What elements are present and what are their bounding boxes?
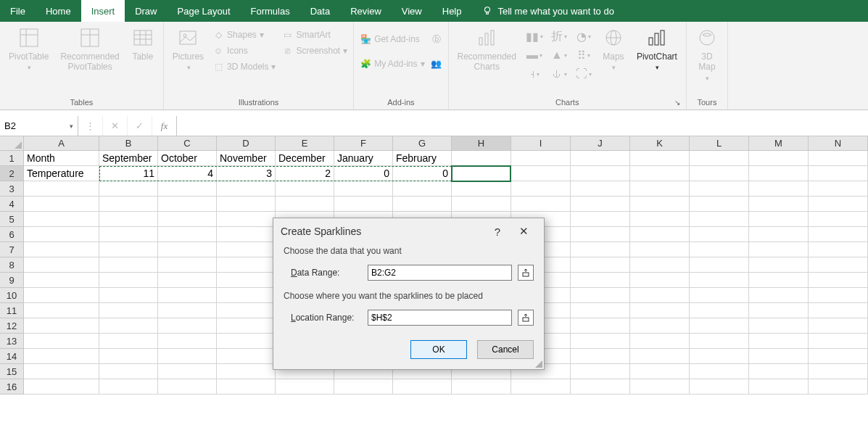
- cell-B14[interactable]: [99, 349, 158, 364]
- my-addins-button[interactable]: 🧩My Add-ins▾: [360, 57, 424, 71]
- cell-L11[interactable]: [690, 303, 749, 318]
- cell-C6[interactable]: [158, 227, 217, 242]
- cell-C8[interactable]: [158, 257, 217, 273]
- menu-view[interactable]: View: [392, 0, 432, 22]
- cell-F1[interactable]: January: [334, 151, 393, 166]
- row-header-12[interactable]: 12: [0, 318, 24, 334]
- tell-me-search[interactable]: Tell me what you want to do: [472, 0, 624, 22]
- location-range-input[interactable]: [368, 310, 512, 326]
- cell-F3[interactable]: [334, 181, 393, 197]
- cell-M4[interactable]: [749, 197, 809, 212]
- cell-L3[interactable]: [690, 181, 749, 197]
- cell-A9[interactable]: [24, 273, 99, 288]
- menu-home[interactable]: Home: [36, 0, 81, 22]
- dialog-resize-grip[interactable]: [534, 359, 542, 368]
- cell-D9[interactable]: [217, 273, 276, 288]
- cell-A6[interactable]: [24, 227, 99, 242]
- dialog-close-button[interactable]: ✕: [511, 221, 537, 241]
- col-header-F[interactable]: F: [334, 136, 393, 150]
- cell-N13[interactable]: [809, 334, 868, 349]
- cell-B3[interactable]: [99, 181, 158, 197]
- row-header-11[interactable]: 11: [0, 303, 24, 318]
- cell-F4[interactable]: [334, 197, 393, 212]
- cell-J9[interactable]: [571, 273, 630, 288]
- cell-J6[interactable]: [571, 227, 630, 242]
- cell-M13[interactable]: [749, 334, 809, 349]
- cell-C15[interactable]: [158, 364, 217, 379]
- cell-K9[interactable]: [630, 273, 690, 288]
- cell-E1[interactable]: December: [276, 151, 334, 166]
- menu-draw[interactable]: Draw: [125, 0, 167, 22]
- cell-N15[interactable]: [809, 364, 868, 379]
- row-header-10[interactable]: 10: [0, 288, 24, 303]
- cell-L16[interactable]: [690, 379, 749, 395]
- cell-B11[interactable]: [99, 303, 158, 318]
- cell-D10[interactable]: [217, 288, 276, 303]
- cell-I2[interactable]: [511, 166, 571, 181]
- cell-N11[interactable]: [809, 303, 868, 318]
- cell-J8[interactable]: [571, 257, 630, 273]
- icons-button[interactable]: ☺Icons: [212, 44, 276, 58]
- cell-K6[interactable]: [630, 227, 690, 242]
- screenshot-button[interactable]: ⎚Screenshot▾: [281, 44, 347, 58]
- cell-J10[interactable]: [571, 288, 630, 303]
- col-header-A[interactable]: A: [24, 136, 99, 150]
- bar-chart-button[interactable]: ▬▾: [525, 48, 544, 62]
- cell-D5[interactable]: [217, 212, 276, 227]
- cell-B2[interactable]: 11: [99, 166, 158, 181]
- row-header-5[interactable]: 5: [0, 212, 24, 227]
- dialog-cancel-button[interactable]: Cancel: [477, 340, 534, 359]
- combo-chart-button[interactable]: ⫝▾: [550, 67, 569, 81]
- cell-A10[interactable]: [24, 288, 99, 303]
- cell-N12[interactable]: [809, 318, 868, 334]
- col-header-G[interactable]: G: [393, 136, 452, 150]
- cell-C3[interactable]: [158, 181, 217, 197]
- row-header-16[interactable]: 16: [0, 379, 24, 395]
- cell-K4[interactable]: [630, 197, 690, 212]
- cell-B16[interactable]: [99, 379, 158, 395]
- cell-C12[interactable]: [158, 318, 217, 334]
- cell-K10[interactable]: [630, 288, 690, 303]
- cell-L6[interactable]: [690, 227, 749, 242]
- location-range-collapse-button[interactable]: [518, 310, 534, 326]
- cell-G3[interactable]: [393, 181, 452, 197]
- cell-D6[interactable]: [217, 227, 276, 242]
- name-box[interactable]: B2 ▾: [0, 116, 78, 136]
- menu-formulas[interactable]: Formulas: [241, 0, 300, 22]
- cell-L10[interactable]: [690, 288, 749, 303]
- cell-D3[interactable]: [217, 181, 276, 197]
- cell-D4[interactable]: [217, 197, 276, 212]
- cell-H3[interactable]: [452, 181, 511, 197]
- cell-H1[interactable]: [452, 151, 511, 166]
- cell-N10[interactable]: [809, 288, 868, 303]
- cell-E16[interactable]: [276, 379, 334, 395]
- cell-A4[interactable]: [24, 197, 99, 212]
- insert-function-button[interactable]: fx: [152, 116, 177, 136]
- cell-L8[interactable]: [690, 257, 749, 273]
- cell-D15[interactable]: [217, 364, 276, 379]
- column-chart-button[interactable]: ▮▮▾: [525, 29, 544, 44]
- cell-C7[interactable]: [158, 242, 217, 257]
- cell-M2[interactable]: [749, 166, 809, 181]
- cell-M16[interactable]: [749, 379, 809, 395]
- recommended-charts-button[interactable]: Recommended Charts: [455, 25, 519, 74]
- cell-B10[interactable]: [99, 288, 158, 303]
- cell-M6[interactable]: [749, 227, 809, 242]
- cell-I3[interactable]: [511, 181, 571, 197]
- cell-B8[interactable]: [99, 257, 158, 273]
- formula-options-button[interactable]: ⋮: [78, 116, 103, 136]
- cell-G4[interactable]: [393, 197, 452, 212]
- cell-M12[interactable]: [749, 318, 809, 334]
- cell-C4[interactable]: [158, 197, 217, 212]
- cell-N9[interactable]: [809, 273, 868, 288]
- cell-L1[interactable]: [690, 151, 749, 166]
- scatter-chart-button[interactable]: ⠿▾: [574, 48, 593, 62]
- col-header-M[interactable]: M: [749, 136, 809, 150]
- cell-C1[interactable]: October: [158, 151, 217, 166]
- cell-J13[interactable]: [571, 334, 630, 349]
- cell-N2[interactable]: [809, 166, 868, 181]
- col-header-I[interactable]: I: [511, 136, 571, 150]
- cell-D16[interactable]: [217, 379, 276, 395]
- cell-M10[interactable]: [749, 288, 809, 303]
- pivottable-button[interactable]: PivotTable▾: [6, 25, 51, 73]
